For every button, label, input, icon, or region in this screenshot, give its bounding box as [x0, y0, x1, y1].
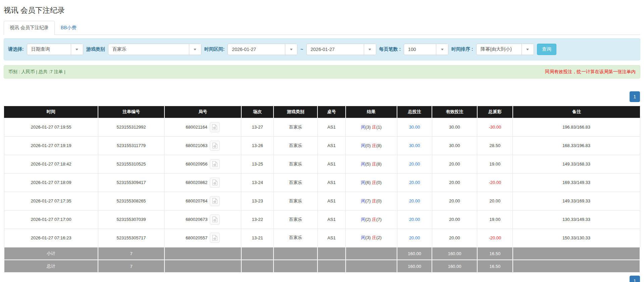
banker-result: 庄	[372, 198, 376, 203]
tab-records[interactable]: 视讯 会员下注纪录	[4, 21, 55, 35]
page-1-button[interactable]: 1	[630, 276, 640, 282]
summary-total-bet-cell: 160.00	[397, 247, 432, 260]
summary-count-cell: 7	[98, 247, 164, 260]
total-bet-cell: 30.00	[397, 118, 432, 136]
bet-no-cell: 523155312992	[98, 118, 164, 136]
video-record-button[interactable]	[210, 233, 220, 243]
game-type-cell: 百家乐	[274, 173, 317, 192]
game-type-cell: 百家乐	[274, 155, 317, 173]
date-from-select[interactable]: 2026-01-27	[228, 44, 297, 55]
time-sort-select[interactable]: 降幂(由大到小)	[476, 44, 534, 55]
summary-empty-cell	[513, 260, 640, 273]
summary-count-cell: 7	[98, 260, 164, 273]
result-cell: 闲(3) 庄(2)	[346, 229, 397, 247]
summary-payout-cell: 16.50	[477, 247, 513, 260]
player-score: (7)	[365, 198, 372, 203]
payout-cell: 19.00	[477, 210, 513, 229]
summary-empty-cell	[513, 247, 640, 260]
total-bet-link[interactable]: 20.00	[409, 217, 420, 222]
summary-empty-cell	[164, 260, 241, 273]
total-bet-link[interactable]: 20.00	[409, 198, 420, 203]
banker-result: 庄	[372, 161, 376, 167]
result-cell: 闲(2) 庄(7)	[346, 210, 397, 229]
summary-empty-cell	[241, 247, 274, 260]
total-bet-link[interactable]: 20.00	[409, 161, 420, 167]
round-no: 680021164	[186, 125, 207, 130]
player-score: (2)	[365, 217, 372, 222]
banker-score: (7)	[376, 217, 382, 222]
tab-bb-tip[interactable]: BB小费	[55, 21, 83, 35]
summary-empty-cell	[317, 247, 345, 260]
page-size-select[interactable]: 100	[404, 44, 448, 55]
video-record-button[interactable]	[210, 141, 220, 151]
player-score: (0)	[365, 143, 372, 148]
game-type-cell: 百家乐	[274, 229, 317, 247]
chevron-down-icon	[364, 44, 376, 55]
result-cell: 闲(3) 庄(1)	[346, 118, 397, 136]
date-to-value: 2026-01-27	[307, 44, 364, 55]
video-record-button[interactable]	[210, 196, 220, 206]
total-bet-cell: 20.00	[397, 173, 432, 192]
column-header: 备注	[513, 106, 640, 118]
column-header: 时间	[4, 106, 98, 118]
payout-cell: 28.50	[477, 136, 513, 155]
banker-score: (8)	[376, 161, 382, 167]
bet-no-cell: 523155309417	[98, 173, 164, 192]
column-header: 游戏类别	[274, 106, 317, 118]
round-no-cell: 680020862	[164, 173, 241, 192]
bet-no-cell: 523155308265	[98, 192, 164, 210]
total-bet-cell: 20.00	[397, 229, 432, 247]
video-record-button[interactable]	[210, 122, 220, 132]
total-bet-link[interactable]: 20.00	[409, 235, 420, 240]
remark-cell: 130.33/149.33	[513, 210, 640, 229]
session-cell: 13-21	[241, 229, 274, 247]
payout-cell: 20.00	[477, 192, 513, 210]
banker-result: 庄	[372, 125, 376, 130]
game-type-label: 游戏类别	[86, 46, 105, 52]
summary-valid-bet-cell: 160.00	[432, 260, 477, 273]
banker-score: (1)	[376, 125, 382, 130]
page-title: 视讯 会员下注纪录	[4, 5, 640, 15]
query-mode-select[interactable]: 日期查询	[27, 44, 83, 55]
player-result: 闲	[361, 125, 365, 130]
game-type-select[interactable]: 百家乐	[108, 44, 201, 55]
table-no-cell: AS1	[317, 210, 345, 229]
round-no-cell: 680021063	[164, 136, 241, 155]
query-mode-label: 请选择:	[8, 46, 24, 52]
remark-cell: 150.33/130.33	[513, 229, 640, 247]
time-range-label: 时间区间:	[204, 46, 225, 52]
player-result: 闲	[361, 180, 365, 185]
player-score: (3)	[365, 235, 372, 240]
time-sort-value: 降幂(由大到小)	[477, 44, 522, 55]
game-type-cell: 百家乐	[274, 118, 317, 136]
banker-score: (8)	[376, 143, 382, 148]
column-header: 桌号	[317, 106, 345, 118]
table-row: 2026-01-27 07:19:55523155312992680021164…	[4, 118, 640, 136]
total-bet-link[interactable]: 20.00	[409, 180, 420, 185]
valid-bet-cell: 20.00	[432, 192, 477, 210]
total-bet-link[interactable]: 30.00	[409, 125, 420, 130]
search-button[interactable]: 查询	[537, 44, 556, 55]
page-size-value: 100	[404, 44, 436, 55]
total-bet-link[interactable]: 30.00	[409, 143, 420, 148]
bet-records-table: 时间注单编号局号场次游戏类别桌号结果总投注有效投注总派彩备注 2026-01-2…	[4, 106, 640, 273]
date-to-select[interactable]: 2026-01-27	[306, 44, 376, 55]
bet-time-cell: 2026-01-27 07:18:09	[4, 173, 98, 192]
bet-time-cell: 2026-01-27 07:17:00	[4, 210, 98, 229]
table-row: 2026-01-27 07:18:42523155310525680020956…	[4, 155, 640, 173]
video-record-button[interactable]	[210, 215, 220, 225]
video-record-icon	[212, 161, 218, 167]
bet-no-cell: 523155307039	[98, 210, 164, 229]
remark-cell: 149.33/168.33	[513, 155, 640, 173]
subtotal-row: 小计7160.00160.0016.50	[4, 247, 640, 260]
remark-cell: 168.33/196.83	[513, 136, 640, 155]
tab-bar: 视讯 会员下注纪录 BB小费	[4, 21, 640, 35]
video-record-button[interactable]	[210, 159, 220, 169]
page-1-button[interactable]: 1	[630, 91, 640, 102]
video-record-icon	[212, 179, 218, 186]
video-record-button[interactable]	[210, 178, 220, 188]
summary-label-cell: 小计	[4, 247, 98, 260]
total-bet-cell: 20.00	[397, 192, 432, 210]
round-no-cell: 680020557	[164, 229, 241, 247]
valid-bet-cell: 20.00	[432, 173, 477, 192]
